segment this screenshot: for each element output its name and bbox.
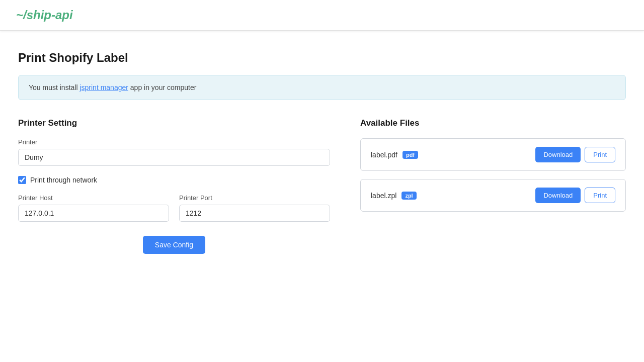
available-files-title: Available Files	[360, 118, 626, 128]
printer-host-label: Printer Host	[18, 194, 169, 202]
download-zpl-button[interactable]: Download	[535, 188, 581, 203]
file-name-zpl: label.zpl	[371, 192, 396, 200]
printer-input[interactable]	[18, 149, 330, 166]
printer-host-input[interactable]	[18, 205, 169, 222]
printer-port-input[interactable]	[179, 205, 330, 222]
page-title: Print Shopify Label	[18, 51, 626, 65]
printer-setting-section: Printer Setting Printer Print through ne…	[18, 118, 330, 254]
save-config-container: Save Config	[18, 236, 330, 254]
printer-setting-title: Printer Setting	[18, 118, 330, 128]
info-banner-prefix: You must install	[29, 83, 79, 92]
download-pdf-button[interactable]: Download	[535, 147, 581, 162]
file-name-pdf: label.pdf	[371, 151, 397, 159]
print-zpl-button[interactable]: Print	[585, 188, 615, 203]
header: ~/ship-api	[0, 0, 644, 31]
printer-label: Printer	[18, 138, 330, 146]
two-column-layout: Printer Setting Printer Print through ne…	[18, 118, 626, 254]
file-actions-pdf: Download Print	[535, 147, 615, 162]
print-through-network-row: Print through network	[18, 176, 330, 184]
file-info-zpl: label.zpl zpl	[371, 192, 417, 200]
host-port-row: Printer Host Printer Port	[18, 194, 330, 222]
file-badge-zpl: zpl	[401, 192, 416, 200]
main-content: Print Shopify Label You must install jsp…	[0, 31, 644, 274]
file-card-pdf: label.pdf pdf Download Print	[360, 138, 626, 171]
file-badge-pdf: pdf	[403, 151, 418, 159]
available-files-section: Available Files label.pdf pdf Download P…	[360, 118, 626, 254]
file-card-zpl: label.zpl zpl Download Print	[360, 179, 626, 212]
file-actions-zpl: Download Print	[535, 188, 615, 203]
print-through-network-label: Print through network	[30, 176, 97, 184]
jsprint-manager-link[interactable]: jsprint manager	[79, 83, 128, 92]
info-banner-suffix: app in your computer	[128, 83, 196, 92]
save-config-button[interactable]: Save Config	[143, 236, 205, 254]
logo: ~/ship-api	[16, 8, 628, 22]
print-pdf-button[interactable]: Print	[585, 147, 615, 162]
file-info-pdf: label.pdf pdf	[371, 151, 418, 159]
printer-port-group: Printer Port	[179, 194, 330, 222]
info-banner: You must install jsprint manager app in …	[18, 75, 626, 100]
printer-port-label: Printer Port	[179, 194, 330, 202]
printer-host-group: Printer Host	[18, 194, 169, 222]
printer-field-group: Printer	[18, 138, 330, 166]
print-through-network-checkbox[interactable]	[18, 176, 26, 184]
